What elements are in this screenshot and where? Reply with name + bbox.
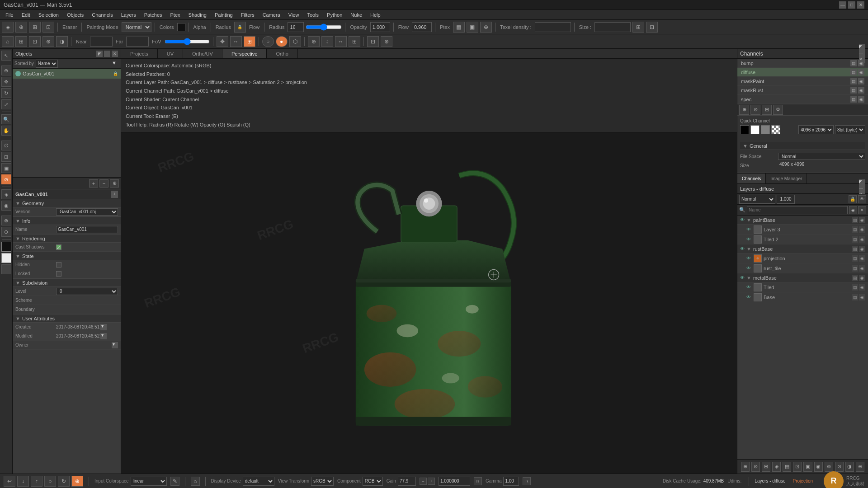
menu-layers[interactable]: Layers <box>118 11 140 19</box>
proj-icon2[interactable]: ◉ <box>859 255 865 262</box>
layers-search-input[interactable] <box>747 206 848 214</box>
menu-file[interactable]: File <box>2 11 17 19</box>
channel-diffuse[interactable]: diffuse ▤ ◉ <box>737 68 868 77</box>
ch-bump-btn1[interactable]: ▤ <box>850 60 857 66</box>
menu-help[interactable]: Help <box>367 11 384 19</box>
layer-projection[interactable]: 👁 ⊕ projection ▤ ◉ <box>737 253 868 263</box>
tool-btn-4[interactable]: ⊡ <box>42 22 54 33</box>
layers-filter-clear-btn[interactable]: ✕ <box>858 206 866 214</box>
menu-ptex[interactable]: Ptex <box>167 11 184 19</box>
ch-duplicate-btn[interactable]: ⊞ <box>762 105 772 115</box>
near-input[interactable] <box>90 37 113 47</box>
component-dropdown[interactable]: RGB <box>363 477 383 486</box>
minimize-button[interactable]: — <box>839 1 846 9</box>
sym-btn4[interactable]: ⊞ <box>349 36 360 47</box>
sym-btn2[interactable]: ↕ <box>321 36 333 47</box>
channels-expand-btn[interactable]: ◤ <box>859 44 865 51</box>
lf-btn10[interactable]: ⊙ <box>835 462 844 472</box>
lf-btn1[interactable]: ⊕ <box>741 462 750 472</box>
texel-density-input[interactable] <box>535 22 571 32</box>
objects-panel-expand[interactable]: ▼ <box>112 60 119 67</box>
bb-btn5[interactable]: ↻ <box>58 476 70 487</box>
clone-tool[interactable]: ◈ <box>1 189 11 199</box>
bb-btn2[interactable]: ↓ <box>17 476 29 487</box>
proj-icon1[interactable]: ▤ <box>852 255 858 262</box>
menu-channels[interactable]: Channels <box>88 11 116 19</box>
version-dropdown[interactable]: GasCan_v001.obj <box>56 208 118 216</box>
extra-btn1[interactable]: ⊡ <box>367 36 379 47</box>
color-swatch-black[interactable] <box>1 242 11 252</box>
rt-icon1[interactable]: ▤ <box>852 265 858 272</box>
scale-tool[interactable]: ⤢ <box>1 99 11 109</box>
patch-tool[interactable]: ⊞ <box>1 152 11 162</box>
nav-btn5[interactable]: ◑ <box>56 36 68 47</box>
rt-icon2[interactable]: ◉ <box>859 265 865 272</box>
owner-expand[interactable]: ▼ <box>112 342 118 348</box>
menu-view[interactable]: View <box>285 11 303 19</box>
select-tool[interactable]: ↖ <box>1 51 11 61</box>
ptex-btn1[interactable]: ▦ <box>453 22 465 33</box>
rendering-section-header[interactable]: ▼ Rendering <box>13 235 121 243</box>
hidden-checkbox[interactable] <box>56 262 61 267</box>
tab-channels-sub[interactable]: Channels <box>737 174 766 183</box>
gain-value2[interactable] <box>439 477 470 486</box>
file-space-dropdown[interactable]: Normal <box>778 153 865 160</box>
layers-filter-btn1[interactable]: ◉ <box>849 206 857 214</box>
menu-shading[interactable]: Shading <box>185 11 210 19</box>
nav-btn2[interactable]: ⊞ <box>15 36 27 47</box>
name-input[interactable] <box>56 226 118 233</box>
menu-selection[interactable]: Selection <box>35 11 62 19</box>
ch-maskpaint-btn2[interactable]: ◉ <box>858 78 864 84</box>
unwrap-tool[interactable]: ⊙ <box>1 227 11 237</box>
objects-panel-icon3[interactable]: ✕ <box>112 51 118 57</box>
pan-tool[interactable]: ✋ <box>1 126 11 136</box>
locked-checkbox[interactable] <box>56 271 61 277</box>
swatch-black[interactable] <box>740 125 749 134</box>
lf-btn12[interactable]: ⊕ <box>856 462 864 472</box>
layer-rust-tile[interactable]: 👁 rust_tile ▤ ◉ <box>737 263 868 273</box>
radius-slider[interactable] <box>306 23 342 31</box>
ch-settings-btn[interactable]: ⚙ <box>773 105 783 115</box>
nav-btn1[interactable]: ⌂ <box>2 36 14 47</box>
swatch-white[interactable] <box>750 125 760 134</box>
layers-lock-btn[interactable]: 🔒 <box>849 195 857 203</box>
add-object-btn[interactable]: + <box>89 179 98 188</box>
far-input[interactable] <box>126 37 149 47</box>
layers-min-btn[interactable]: — <box>859 186 865 192</box>
tool-btn-2[interactable]: ⊕ <box>15 22 27 33</box>
lf-btn3[interactable]: ⊞ <box>762 462 770 472</box>
tl-icon1[interactable]: ▤ <box>852 284 858 291</box>
layer-group-rustbase[interactable]: 👁 ▼ rustBase ▤ ◉ <box>737 244 868 253</box>
gain-input[interactable] <box>398 477 416 486</box>
flow-input[interactable] <box>412 22 432 32</box>
layer-group-paintbase[interactable]: 👁 ▼ paintBase ▤ ◉ <box>737 216 868 225</box>
general-section-header[interactable]: ▼ General <box>740 142 865 150</box>
sort-by-dropdown[interactable]: Name <box>36 60 58 68</box>
color-swatch-white[interactable] <box>1 253 11 263</box>
menu-camera[interactable]: Camera <box>259 11 284 19</box>
rb-icon2[interactable]: ◉ <box>859 246 865 252</box>
geometry-section-header[interactable]: ▼ Geometry <box>13 199 121 207</box>
size-btn1[interactable]: ⊞ <box>632 22 644 33</box>
painting-mode-dropdown[interactable]: Normal <box>122 22 151 32</box>
layers-vis-btn[interactable]: 👁 <box>858 195 866 203</box>
close-button[interactable]: ✕ <box>857 1 864 9</box>
l3-icon1[interactable]: ▤ <box>852 226 858 233</box>
view-btn2[interactable]: ↔ <box>230 36 242 47</box>
view-transform-dropdown[interactable]: sRGB <box>311 477 334 486</box>
nav-btn3[interactable]: ⊡ <box>29 36 41 47</box>
layer-layer3[interactable]: 👁 Layer 3 ▤ ◉ <box>737 225 868 235</box>
tab-perspective[interactable]: Perspective <box>222 49 267 58</box>
properties-add-btn[interactable]: + <box>111 191 118 198</box>
channels-min-btn[interactable]: — <box>859 51 865 57</box>
ch-diffuse-btn2[interactable]: ◉ <box>858 69 864 75</box>
subdivision-section-header[interactable]: ▼ Subdivision <box>13 279 121 287</box>
radius-lock[interactable]: 🔒 <box>234 22 246 33</box>
lf-btn8[interactable]: ◉ <box>814 462 823 472</box>
pb-icon2[interactable]: ◉ <box>859 217 865 223</box>
opacity-input[interactable] <box>370 22 390 32</box>
swatch-gray[interactable] <box>761 125 770 134</box>
state-section-header[interactable]: ▼ State <box>13 252 121 260</box>
nav-btn4[interactable]: ⊕ <box>42 36 54 47</box>
menu-patches[interactable]: Patches <box>141 11 166 19</box>
